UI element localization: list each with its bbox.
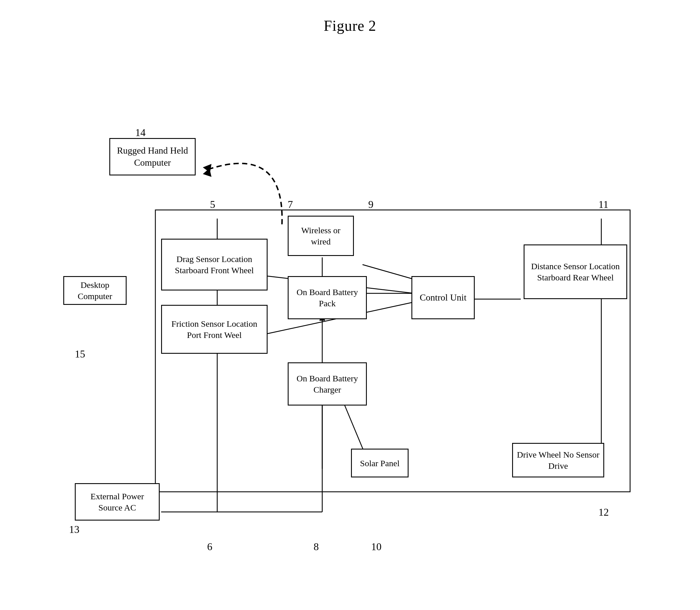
label-15: 15 — [75, 348, 85, 360]
label-8: 8 — [314, 541, 319, 553]
control-unit-box: Control Unit — [411, 276, 475, 319]
on-board-battery-pack-box: On Board Battery Pack — [288, 276, 367, 319]
solar-panel-box: Solar Panel — [351, 449, 409, 478]
label-13: 13 — [69, 524, 79, 535]
label-9: 9 — [368, 198, 373, 210]
distance-sensor-box: Distance Sensor Location Starboard Rear … — [524, 244, 627, 299]
friction-sensor-box: Friction Sensor Location Port Front Weel — [161, 305, 268, 354]
label-10: 10 — [371, 541, 382, 553]
desktop-computer-box: Desktop Computer — [63, 276, 127, 305]
page-title: Figure 2 — [0, 0, 700, 34]
drag-sensor-box: Drag Sensor Location Starboard Front Whe… — [161, 239, 268, 290]
label-7: 7 — [288, 198, 293, 210]
label-11: 11 — [599, 198, 608, 210]
rugged-hand-held-computer-box: Rugged Hand Held Computer — [109, 138, 196, 175]
label-5: 5 — [210, 198, 215, 210]
drive-wheel-box: Drive Wheel No Sensor Drive — [512, 443, 604, 478]
label-14: 14 — [135, 127, 146, 139]
wireless-wired-box: Wireless or wired — [288, 216, 354, 256]
on-board-battery-charger-box: On Board Battery Charger — [288, 363, 367, 405]
external-power-source-box: External Power Source AC — [75, 483, 160, 520]
label-6: 6 — [207, 541, 212, 553]
label-12: 12 — [599, 506, 609, 518]
